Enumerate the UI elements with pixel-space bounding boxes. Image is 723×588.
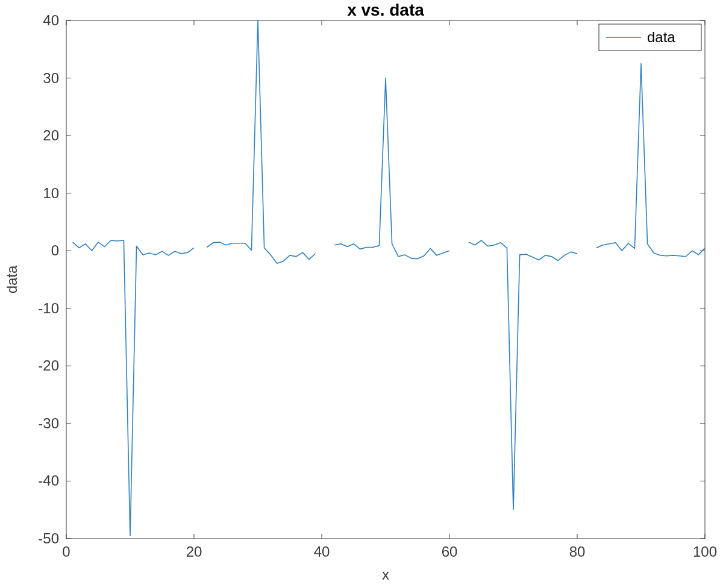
plot-area: 020406080100 -50-40-30-20-10010203040 da… bbox=[38, 12, 717, 560]
legend-entry-label: data bbox=[647, 29, 675, 45]
x-tick-label: 80 bbox=[569, 543, 586, 560]
x-ticks: 020406080100 bbox=[62, 20, 717, 560]
chart-title: x vs. data bbox=[347, 1, 424, 19]
x-axis-label: x bbox=[382, 566, 389, 583]
series-line-group bbox=[73, 20, 705, 536]
y-tick-label: 30 bbox=[43, 70, 59, 86]
series-line-segment bbox=[596, 64, 705, 257]
y-tick-label: 40 bbox=[43, 12, 59, 28]
y-tick-label: -50 bbox=[38, 530, 59, 546]
x-tick-label: 40 bbox=[314, 543, 330, 560]
y-tick-label: 10 bbox=[43, 185, 59, 201]
y-tick-label: -30 bbox=[38, 415, 59, 431]
x-tick-label: 60 bbox=[442, 543, 458, 560]
y-ticks: -50-40-30-20-10010203040 bbox=[38, 12, 705, 546]
x-tick-label: 20 bbox=[186, 543, 202, 560]
series-line-segment bbox=[73, 240, 194, 536]
series-line-segment bbox=[334, 78, 449, 259]
y-tick-label: -40 bbox=[38, 472, 59, 489]
y-tick-label: -20 bbox=[38, 357, 59, 374]
series-line-segment bbox=[207, 20, 315, 263]
x-tick-label: 0 bbox=[62, 543, 70, 560]
series-line-segment bbox=[469, 240, 577, 510]
y-tick-label: 20 bbox=[43, 127, 59, 143]
y-axis-label: data bbox=[4, 265, 20, 293]
chart-svg: x vs. data 020406080100 -50-40-30-20-100… bbox=[0, 0, 723, 588]
y-tick-label: 0 bbox=[51, 242, 59, 258]
chart-container: x vs. data 020406080100 -50-40-30-20-100… bbox=[0, 0, 723, 588]
y-tick-label: -10 bbox=[38, 300, 59, 316]
x-tick-label: 100 bbox=[693, 543, 717, 560]
plot-border bbox=[66, 20, 705, 539]
legend: data bbox=[599, 24, 701, 51]
